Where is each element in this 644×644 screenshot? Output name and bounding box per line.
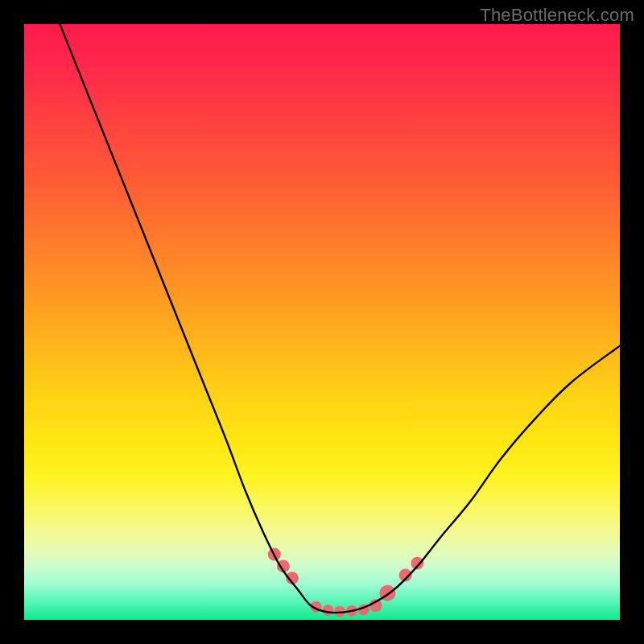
highlight-dot [411, 557, 423, 570]
curve-svg [24, 24, 620, 620]
watermark-text: TheBottleneck.com [480, 5, 634, 26]
chart-stage: TheBottleneck.com [0, 0, 644, 644]
plot-area [24, 24, 620, 620]
bottleneck-curve-path [60, 24, 620, 613]
highlight-dot [322, 605, 333, 616]
